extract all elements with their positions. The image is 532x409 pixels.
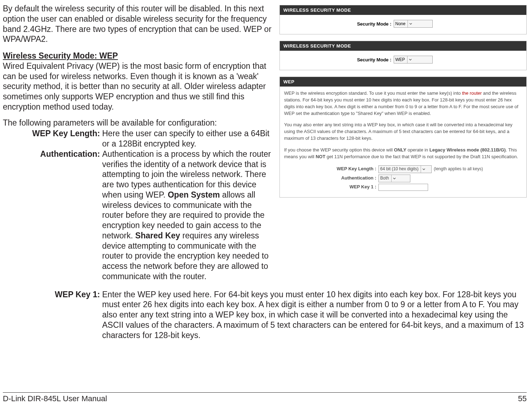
param-label-authentication: Authentication: xyxy=(3,149,102,282)
params-table: WEP Key Length: Here the user can specif… xyxy=(3,128,272,281)
security-mode-dropdown[interactable]: None xyxy=(394,20,433,28)
wep-key-1-input[interactable] xyxy=(378,184,428,191)
wep-description: Wired Equivalent Privacy (WEP) is the mo… xyxy=(3,61,266,111)
chevron-down-icon xyxy=(408,20,412,27)
chevron-down-icon xyxy=(407,56,412,63)
param-value-authentication: Authentication is a process by which the… xyxy=(102,149,272,282)
param-value-wep-key-length: Here the user can specify to either use … xyxy=(102,128,272,149)
param-label-wep-key-length: WEP Key Length: xyxy=(3,128,102,149)
wep-info-p3: If you choose the WEP security option th… xyxy=(284,147,522,160)
security-mode-label: Security Mode : xyxy=(314,21,392,27)
wep-info-p1: WEP is the wireless encryption standard.… xyxy=(284,90,522,117)
wep-key-length-suffix: (length applies to all keys) xyxy=(434,166,483,172)
authentication-label: Authentication : xyxy=(284,175,376,182)
params-intro: The following parameters will be availab… xyxy=(3,118,272,128)
chevron-down-icon xyxy=(421,166,425,173)
panel-wep-settings: WEP WEP is the wireless encryption stand… xyxy=(279,77,527,198)
page-footer: D-Link DIR-845L User Manual 55 xyxy=(3,392,527,403)
intro-text: By default the wireless security of this… xyxy=(3,4,272,44)
footer-left: D-Link DIR-845L User Manual xyxy=(3,394,107,403)
security-mode-label: Security Mode : xyxy=(314,57,392,62)
footer-page-number: 55 xyxy=(518,394,527,403)
panel-header: WIRELESS SECURITY MODE xyxy=(280,5,526,15)
shared-key-term: Shared Key xyxy=(135,231,180,240)
param-label-wep-key-1: WEP Key 1: xyxy=(3,289,102,341)
wep-info-p2: You may also enter any text string into … xyxy=(284,122,522,142)
panel-security-mode-none: WIRELESS SECURITY MODE Security Mode : N… xyxy=(279,5,527,34)
wep-heading: Wireless Security Mode: WEP xyxy=(3,51,118,60)
param-value-wep-key-1: Enter the WEP key used here. For 64-bit … xyxy=(102,289,527,341)
params-table-wide: WEP Key 1: Enter the WEP key used here. … xyxy=(3,289,527,341)
panel-header: WIRELESS SECURITY MODE xyxy=(280,41,526,51)
wep-key-1-label: WEP Key 1 : xyxy=(284,184,376,190)
chevron-down-icon xyxy=(391,175,396,182)
wep-key-length-dropdown[interactable]: 64 bit (10 hex digits) xyxy=(378,165,432,173)
security-mode-dropdown[interactable]: WEP xyxy=(394,56,433,63)
panel-security-mode-wep: WIRELESS SECURITY MODE Security Mode : W… xyxy=(279,41,527,70)
open-system-term: Open System xyxy=(168,190,220,199)
authentication-dropdown[interactable]: Both xyxy=(378,175,410,182)
panel-header: WEP xyxy=(280,77,526,87)
wep-key-length-label: WEP Key Length : xyxy=(284,166,376,172)
wep-section: Wireless Security Mode: WEP Wired Equiva… xyxy=(3,51,272,112)
